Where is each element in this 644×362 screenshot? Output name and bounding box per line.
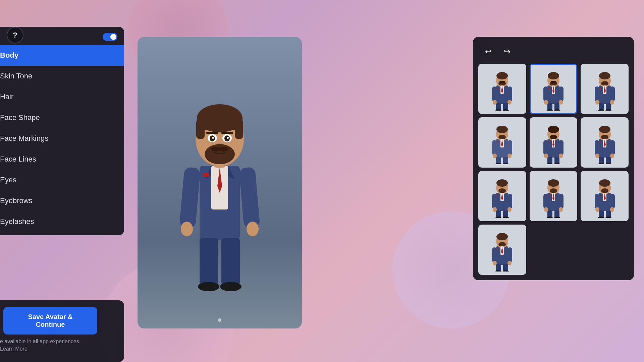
- help-button[interactable]: ?: [7, 27, 23, 44]
- svg-point-108: [548, 126, 559, 133]
- svg-rect-52: [543, 86, 548, 102]
- sidebar-item-eyes[interactable]: Eyes: [0, 170, 124, 190]
- left-panel-bottom: Save Avatar & Continue e available in al…: [0, 300, 124, 362]
- svg-point-109: [550, 135, 557, 139]
- svg-point-78: [599, 72, 610, 79]
- svg-point-37: [493, 100, 497, 105]
- svg-rect-34: [507, 86, 512, 102]
- svg-point-120: [595, 154, 599, 158]
- svg-point-168: [599, 179, 610, 187]
- svg-rect-161: [595, 194, 599, 209]
- svg-point-63: [551, 81, 553, 83]
- svg-rect-67: [548, 88, 550, 89]
- redo-button[interactable]: ↪: [500, 45, 514, 58]
- svg-point-91: [507, 154, 512, 158]
- toggle-switch[interactable]: [103, 33, 117, 41]
- svg-point-13: [220, 282, 241, 291]
- svg-point-181: [507, 261, 512, 265]
- sidebar-item-eyelashes[interactable]: Eyelashes: [0, 211, 124, 232]
- svg-point-105: [544, 154, 548, 158]
- svg-rect-9: [203, 173, 209, 177]
- sidebar-item-face-markings[interactable]: Face Markings: [0, 128, 124, 149]
- sidebar-item-eyebrows[interactable]: Eyebrows: [0, 190, 124, 211]
- sidebar-item-body[interactable]: Body: [0, 45, 124, 66]
- svg-point-79: [601, 81, 608, 86]
- svg-rect-97: [497, 141, 498, 142]
- svg-rect-86: [492, 140, 497, 155]
- svg-point-38: [507, 100, 512, 105]
- svg-rect-132: [507, 194, 512, 209]
- right-panel: ↩ ↪: [473, 37, 634, 280]
- svg-point-56: [544, 100, 548, 105]
- svg-point-57: [559, 100, 563, 105]
- avatar-card-10[interactable]: [478, 225, 526, 275]
- svg-point-166: [610, 207, 614, 212]
- save-avatar-button[interactable]: Save Avatar & Continue: [3, 307, 97, 335]
- sidebar-item-face-lines[interactable]: Face Lines: [0, 149, 124, 170]
- avatar-card-9[interactable]: [581, 171, 629, 221]
- svg-point-45: [502, 81, 505, 83]
- svg-rect-101: [543, 140, 548, 155]
- svg-point-59: [548, 72, 559, 79]
- svg-point-135: [493, 207, 497, 212]
- avatar-card-4[interactable]: [478, 117, 526, 168]
- avatar-card-8[interactable]: [530, 171, 578, 221]
- svg-rect-147: [559, 194, 564, 209]
- svg-point-31: [219, 147, 228, 152]
- sidebar-item-face-shape[interactable]: Face Shape: [0, 107, 124, 128]
- learn-more-link[interactable]: Learn More: [0, 346, 117, 352]
- svg-rect-21: [221, 132, 233, 134]
- pagination-dot: [218, 318, 221, 322]
- svg-rect-87: [507, 140, 512, 155]
- svg-rect-72: [610, 86, 615, 102]
- svg-rect-116: [595, 140, 599, 155]
- svg-point-183: [496, 233, 508, 240]
- svg-point-106: [559, 154, 563, 158]
- svg-rect-33: [492, 86, 497, 102]
- svg-rect-117: [610, 140, 615, 155]
- svg-point-26: [212, 137, 214, 139]
- svg-point-136: [507, 207, 512, 212]
- avatar-container: [138, 37, 302, 328]
- svg-point-123: [599, 126, 610, 133]
- svg-point-94: [498, 135, 506, 139]
- avatar-card-3[interactable]: [581, 64, 629, 114]
- svg-rect-48: [497, 88, 498, 89]
- avatar-card-6[interactable]: [581, 117, 629, 168]
- svg-point-75: [595, 100, 599, 105]
- main-avatar: [163, 69, 277, 297]
- svg-point-40: [496, 72, 508, 79]
- undo-button[interactable]: ↩: [482, 45, 495, 58]
- svg-rect-172: [599, 195, 601, 196]
- svg-point-121: [610, 154, 614, 158]
- bottom-info-text: e available in all app experiences.: [0, 339, 117, 345]
- svg-point-165: [595, 207, 599, 212]
- avatar-card-5[interactable]: [530, 117, 578, 168]
- svg-point-90: [493, 154, 497, 158]
- sidebar-item-hair[interactable]: Hair: [0, 86, 124, 107]
- svg-rect-10: [200, 238, 218, 285]
- svg-point-169: [601, 188, 608, 193]
- svg-point-30: [211, 147, 220, 152]
- toolbar: ↩ ↪: [478, 42, 629, 64]
- svg-rect-162: [610, 194, 615, 209]
- avatar-card-2[interactable]: [530, 64, 578, 114]
- sidebar-item-skin-tone[interactable]: Skin Tone: [0, 66, 124, 86]
- svg-point-124: [601, 135, 608, 139]
- avatar-card-7[interactable]: [478, 171, 526, 221]
- svg-rect-2: [239, 167, 260, 228]
- avatar-grid: [478, 64, 629, 275]
- avatar-preview-panel: [138, 37, 302, 328]
- svg-point-180: [493, 261, 497, 265]
- svg-point-154: [550, 188, 557, 193]
- svg-point-184: [498, 242, 506, 247]
- svg-point-93: [496, 126, 508, 133]
- svg-rect-19: [235, 119, 243, 139]
- svg-point-27: [227, 137, 229, 139]
- svg-rect-1: [179, 167, 201, 228]
- svg-rect-146: [543, 194, 548, 209]
- left-panel: Body Skin Tone Hair Face Shape Face Mark…: [0, 27, 124, 235]
- avatar-card-1[interactable]: [478, 64, 526, 114]
- svg-rect-11: [221, 238, 240, 285]
- svg-point-12: [198, 282, 219, 291]
